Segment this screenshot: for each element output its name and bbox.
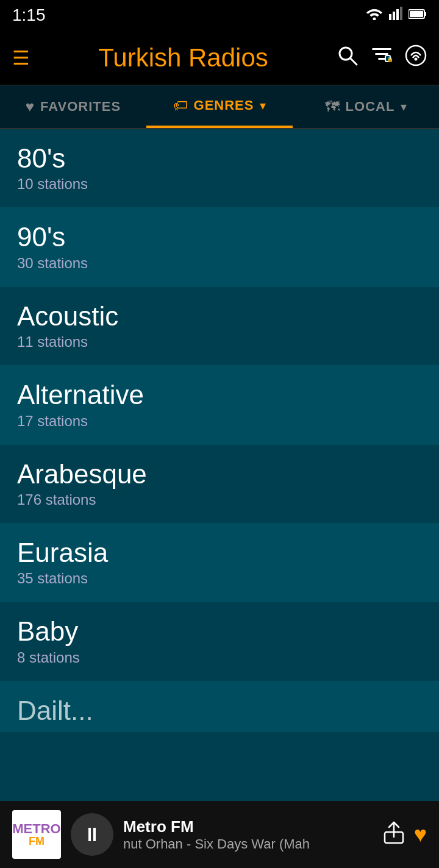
tab-favorites-label: FAVORITES [40, 99, 121, 115]
svg-rect-12 [378, 58, 385, 60]
genre-name: Arabesque [17, 460, 422, 489]
search-icon[interactable] [337, 44, 359, 71]
now-playing-bar: METRO FM ⏸ Metro FM nut Orhan - Six Days… [0, 801, 439, 868]
genre-item-arabesque[interactable]: Arabesque 176 stations [0, 445, 439, 524]
status-bar: 1:15 [0, 0, 439, 30]
tab-local[interactable]: 🗺 LOCAL ▾ [293, 85, 439, 128]
header-actions: 🔒 [337, 44, 427, 71]
battery-icon [409, 7, 427, 23]
svg-point-0 [373, 18, 376, 21]
favorites-icon: ♥ [26, 98, 34, 115]
pause-button[interactable]: ⏸ [71, 813, 113, 856]
local-icon: 🗺 [325, 98, 340, 115]
genre-item-eurasia[interactable]: Eurasia 35 stations [0, 524, 439, 602]
genre-count: 176 stations [17, 491, 422, 508]
svg-rect-2 [393, 12, 395, 20]
genre-count: 30 stations [17, 255, 422, 272]
app-title: Turkish Radios [30, 43, 337, 73]
svg-rect-10 [372, 48, 391, 50]
genre-name: Dailt... [17, 696, 422, 725]
tab-genres-label: GENRES [194, 98, 254, 113]
svg-rect-11 [375, 53, 388, 55]
wifi-icon [366, 7, 383, 24]
svg-rect-7 [410, 11, 423, 17]
svg-rect-1 [389, 14, 391, 20]
station-name: Metro FM [123, 817, 374, 836]
genre-name: 80's [17, 144, 422, 173]
track-name: nut Orhan - Six Days War (Mah [123, 836, 374, 852]
genre-count: 17 stations [17, 413, 422, 430]
signal-icon [389, 7, 402, 24]
chevron-down-icon: ▾ [260, 98, 266, 113]
svg-point-16 [415, 57, 418, 60]
local-chevron-icon: ▾ [401, 99, 407, 114]
pause-icon: ⏸ [82, 824, 102, 846]
now-playing-info: Metro FM nut Orhan - Six Days War (Mah [123, 817, 374, 852]
genre-count: 8 stations [17, 649, 422, 666]
status-time: 1:15 [12, 5, 46, 25]
genre-list: 80's 10 stations 90's 30 stations Acoust… [0, 129, 439, 732]
genre-item-acoustic[interactable]: Acoustic 11 stations [0, 287, 439, 366]
svg-rect-4 [400, 7, 402, 20]
svg-line-9 [351, 59, 357, 65]
genre-count: 35 stations [17, 570, 422, 587]
logo-line1: METRO [12, 822, 60, 836]
genre-count: 11 stations [17, 333, 422, 350]
genre-item-90s[interactable]: 90's 30 stations [0, 208, 439, 286]
genre-item-alternative[interactable]: Alternative 17 stations [0, 366, 439, 444]
svg-rect-3 [396, 9, 399, 20]
station-logo: METRO FM [12, 810, 61, 859]
header: ☰ Turkish Radios 🔒 [0, 30, 439, 85]
genre-name: Baby [17, 617, 422, 646]
genre-name: Eurasia [17, 538, 422, 567]
status-icons [366, 7, 427, 24]
svg-rect-6 [424, 12, 426, 16]
favorite-button[interactable]: ♥ [414, 822, 427, 847]
genre-count: 10 stations [17, 176, 422, 193]
menu-icon[interactable]: ☰ [12, 46, 30, 69]
genre-name: Acoustic [17, 302, 422, 331]
tab-favorites[interactable]: ♥ FAVORITES [0, 85, 146, 128]
genres-icon: 🏷 [173, 97, 188, 114]
share-icon[interactable] [384, 821, 404, 848]
cast-icon[interactable] [405, 44, 427, 71]
logo-line2: FM [29, 835, 45, 847]
genre-name: Alternative [17, 380, 422, 410]
tab-bar: ♥ FAVORITES 🏷 GENRES ▾ 🗺 LOCAL ▾ [0, 85, 439, 129]
genre-name: 90's [17, 222, 422, 252]
svg-text:🔒: 🔒 [387, 55, 393, 63]
tab-local-label: LOCAL [346, 99, 395, 115]
filter-icon[interactable]: 🔒 [371, 44, 393, 71]
genre-item-baby[interactable]: Baby 8 stations [0, 602, 439, 681]
genre-item-partial[interactable]: Dailt... [0, 681, 439, 732]
genre-item-80s[interactable]: 80's 10 stations [0, 129, 439, 208]
tab-genres[interactable]: 🏷 GENRES ▾ [146, 85, 293, 128]
now-playing-actions: ♥ [384, 821, 427, 848]
